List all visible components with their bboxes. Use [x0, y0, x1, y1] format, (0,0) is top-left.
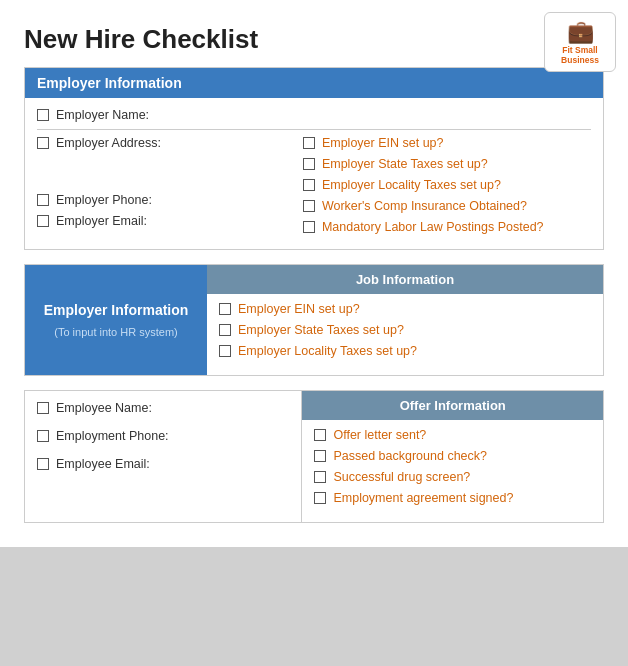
- mid-section: Employer Information (To input into HR s…: [24, 264, 604, 376]
- employment-phone-row: Employment Phone:: [37, 429, 289, 443]
- employer-phone-label: Employer Phone:: [56, 193, 152, 207]
- state-tax-checkbox[interactable]: [303, 158, 315, 170]
- logo-badge: 💼 Fit Small Business: [544, 12, 616, 72]
- two-col-row: Employer Address: Employer Phone: Employ…: [37, 136, 591, 241]
- page-title: New Hire Checklist: [24, 24, 604, 55]
- ein-row: Employer EIN set up?: [303, 136, 591, 150]
- job-locality-tax-row: Employer Locality Taxes set up?: [219, 344, 591, 358]
- ein-checkbox[interactable]: [303, 137, 315, 149]
- page: 💼 Fit Small Business New Hire Checklist …: [0, 0, 628, 547]
- employee-name-checkbox[interactable]: [37, 402, 49, 414]
- top-section: Employer Information Employer Name: Empl…: [24, 67, 604, 250]
- employee-name-label: Employee Name:: [56, 401, 152, 415]
- employee-name-row: Employee Name:: [37, 401, 289, 415]
- job-locality-tax-checkbox[interactable]: [219, 345, 231, 357]
- bot-right: Offer Information Offer letter sent? Pas…: [302, 391, 603, 522]
- job-info-header: Job Information: [207, 265, 603, 294]
- locality-tax-checkbox[interactable]: [303, 179, 315, 191]
- background-check-label: Passed background check?: [333, 449, 487, 463]
- top-section-body: Employer Name: Employer Address: Employe…: [25, 98, 603, 249]
- job-ein-row: Employer EIN set up?: [219, 302, 591, 316]
- employee-email-row: Employee Email:: [37, 457, 289, 471]
- bot-section: Employee Name: Employment Phone: Employe…: [24, 390, 604, 523]
- top-section-header: Employer Information: [25, 68, 603, 98]
- ein-label: Employer EIN set up?: [322, 136, 444, 150]
- workers-comp-row: Worker's Comp Insurance Obtained?: [303, 199, 591, 213]
- employment-agreement-row: Employment agreement signed?: [314, 491, 591, 505]
- state-tax-row: Employer State Taxes set up?: [303, 157, 591, 171]
- job-state-tax-row: Employer State Taxes set up?: [219, 323, 591, 337]
- mid-left-title: Employer Information: [44, 302, 189, 318]
- locality-tax-label: Employer Locality Taxes set up?: [322, 178, 501, 192]
- logo-text: Fit Small Business: [553, 45, 607, 65]
- employer-phone-checkbox[interactable]: [37, 194, 49, 206]
- employer-email-label: Employer Email:: [56, 214, 147, 228]
- locality-tax-row: Employer Locality Taxes set up?: [303, 178, 591, 192]
- offer-letter-row: Offer letter sent?: [314, 428, 591, 442]
- employer-email-checkbox[interactable]: [37, 215, 49, 227]
- employment-agreement-label: Employment agreement signed?: [333, 491, 513, 505]
- mid-right: Job Information Employer EIN set up? Emp…: [207, 265, 603, 375]
- background-check-checkbox[interactable]: [314, 450, 326, 462]
- employment-phone-label: Employment Phone:: [56, 429, 169, 443]
- divider-1: [37, 129, 591, 130]
- logo-icon: 💼: [553, 19, 607, 45]
- employer-address-checkbox[interactable]: [37, 137, 49, 149]
- bot-left: Employee Name: Employment Phone: Employe…: [25, 391, 302, 522]
- employer-email-row: Employer Email:: [37, 214, 295, 228]
- col-right: Employer EIN set up? Employer State Taxe…: [303, 136, 591, 241]
- col-left: Employer Address: Employer Phone: Employ…: [37, 136, 303, 241]
- employee-email-label: Employee Email:: [56, 457, 150, 471]
- job-ein-checkbox[interactable]: [219, 303, 231, 315]
- employer-name-checkbox[interactable]: [37, 109, 49, 121]
- employer-name-label: Employer Name:: [56, 108, 149, 122]
- drug-screen-label: Successful drug screen?: [333, 470, 470, 484]
- mid-right-body: Employer EIN set up? Employer State Taxe…: [207, 294, 603, 375]
- mid-left-sub: (To input into HR system): [54, 326, 177, 338]
- labor-law-checkbox[interactable]: [303, 221, 315, 233]
- background-check-row: Passed background check?: [314, 449, 591, 463]
- labor-law-row: Mandatory Labor Law Postings Posted?: [303, 220, 591, 234]
- workers-comp-label: Worker's Comp Insurance Obtained?: [322, 199, 527, 213]
- employer-address-row: Employer Address:: [37, 136, 295, 150]
- employer-name-row: Employer Name:: [37, 108, 591, 122]
- labor-law-label: Mandatory Labor Law Postings Posted?: [322, 220, 544, 234]
- employment-phone-checkbox[interactable]: [37, 430, 49, 442]
- offer-letter-label: Offer letter sent?: [333, 428, 426, 442]
- offer-letter-checkbox[interactable]: [314, 429, 326, 441]
- drug-screen-checkbox[interactable]: [314, 471, 326, 483]
- job-locality-tax-label: Employer Locality Taxes set up?: [238, 344, 417, 358]
- job-state-tax-label: Employer State Taxes set up?: [238, 323, 404, 337]
- mid-left: Employer Information (To input into HR s…: [25, 265, 207, 375]
- employer-address-label: Employer Address:: [56, 136, 161, 150]
- state-tax-label: Employer State Taxes set up?: [322, 157, 488, 171]
- employee-email-checkbox[interactable]: [37, 458, 49, 470]
- employment-agreement-checkbox[interactable]: [314, 492, 326, 504]
- job-ein-label: Employer EIN set up?: [238, 302, 360, 316]
- offer-info-header: Offer Information: [302, 391, 603, 420]
- bot-right-body: Offer letter sent? Passed background che…: [302, 420, 603, 522]
- job-state-tax-checkbox[interactable]: [219, 324, 231, 336]
- drug-screen-row: Successful drug screen?: [314, 470, 591, 484]
- workers-comp-checkbox[interactable]: [303, 200, 315, 212]
- employer-phone-row: Employer Phone:: [37, 193, 295, 207]
